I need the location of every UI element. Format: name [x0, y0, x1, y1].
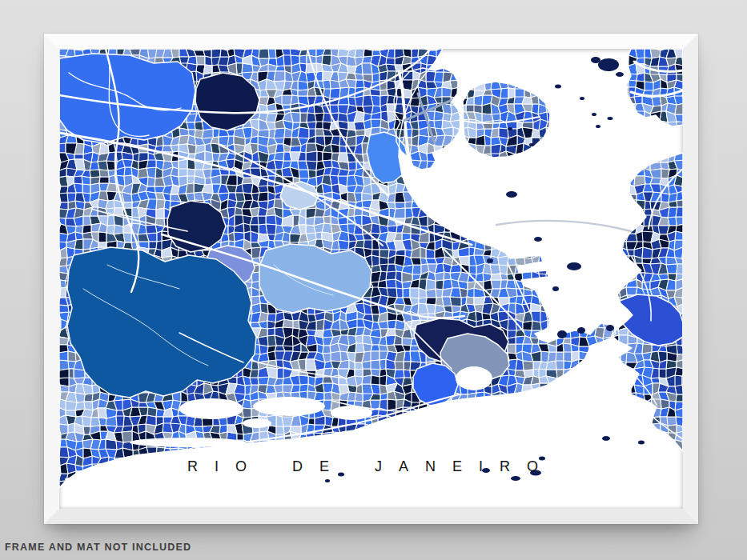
picture-frame: RIO DE JANEIRO	[44, 34, 698, 524]
rio-niteroi-bridge	[496, 221, 631, 231]
disclaimer-caption: FRAME AND MAT NOT INCLUDED	[5, 542, 191, 553]
wall-background: RIO DE JANEIRO FRAME AND MAT NOT INCLUDE…	[0, 0, 747, 560]
map-title-label: RIO DE JANEIRO	[59, 458, 683, 475]
city-map-graphic	[59, 49, 683, 509]
map-print: RIO DE JANEIRO	[59, 49, 683, 509]
land-area	[59, 49, 683, 498]
